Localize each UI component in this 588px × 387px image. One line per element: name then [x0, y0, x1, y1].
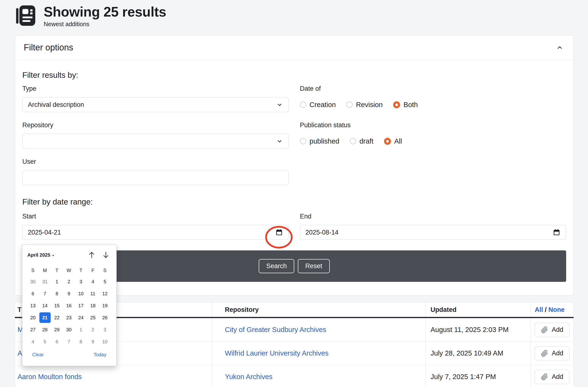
- type-label: Type: [22, 85, 289, 92]
- updated-cell: August 11, 2025 2:03 PM: [425, 318, 531, 341]
- calendar-day[interactable]: 9: [87, 336, 99, 348]
- date-of-label: Date of: [300, 85, 567, 92]
- calendar-day[interactable]: 1: [75, 324, 87, 336]
- calendar-day[interactable]: 2: [87, 324, 99, 336]
- updated-cell: July 7, 2025 1:47 PM: [425, 365, 531, 387]
- date-range-title: Filter by date range:: [22, 197, 566, 207]
- select-all-link[interactable]: All: [535, 306, 543, 314]
- calendar-day[interactable]: 4: [27, 336, 39, 348]
- calendar-day[interactable]: 31: [39, 276, 51, 288]
- weekday-label: T: [51, 265, 63, 276]
- radio-label: All: [394, 137, 402, 145]
- radio-circle-selected[interactable]: [393, 101, 400, 108]
- clipboard-results-page: Showing 25 results Newest additions Filt…: [0, 0, 588, 387]
- calendar-day[interactable]: 3: [99, 324, 111, 336]
- type-select-value: Archival description: [28, 101, 84, 108]
- filter-results-by-title: Filter results by:: [22, 70, 566, 80]
- today-link[interactable]: Today: [94, 352, 106, 358]
- repository-link[interactable]: Yukon Archives: [225, 373, 273, 381]
- radio-circle[interactable]: [300, 138, 306, 144]
- previous-month-arrow-icon[interactable]: [87, 251, 96, 259]
- calendar-day[interactable]: 26: [99, 312, 111, 324]
- title-link[interactable]: Aaron Moulton fonds: [18, 373, 82, 381]
- calendar-day[interactable]: 1: [51, 276, 63, 288]
- repository-link[interactable]: City of Greater Sudbury Archives: [225, 326, 326, 334]
- paperclip-icon: [541, 326, 548, 333]
- calendar-day[interactable]: 5: [99, 276, 111, 288]
- calendar-day[interactable]: 28: [39, 324, 51, 336]
- radio-both[interactable]: Both: [393, 101, 418, 109]
- repository-link[interactable]: Wilfrid Laurier University Archives: [225, 349, 329, 357]
- calendar-day[interactable]: 23: [63, 312, 75, 324]
- start-date-input[interactable]: [28, 225, 273, 240]
- chevron-up-icon[interactable]: [556, 43, 564, 52]
- radio-label: Revision: [356, 101, 382, 109]
- radio-draft[interactable]: draft: [350, 137, 374, 145]
- calendar-day[interactable]: 4: [87, 276, 99, 288]
- user-field: User: [22, 158, 289, 185]
- reset-button[interactable]: Reset: [298, 259, 330, 273]
- calendar-day[interactable]: 7: [39, 288, 51, 300]
- add-to-clipboard-button[interactable]: Add: [535, 323, 569, 337]
- calendar-day[interactable]: 30: [27, 276, 39, 288]
- calendar-day[interactable]: 17: [75, 300, 87, 312]
- calendar-day[interactable]: 16: [63, 300, 75, 312]
- next-month-arrow-icon[interactable]: [102, 251, 110, 259]
- calendar-day[interactable]: 12: [99, 288, 111, 300]
- calendar-day[interactable]: 7: [63, 336, 75, 348]
- calendar-day[interactable]: 25: [87, 312, 99, 324]
- calendar-day[interactable]: 20: [27, 312, 39, 324]
- calendar-day[interactable]: 6: [27, 288, 39, 300]
- radio-circle[interactable]: [350, 138, 356, 144]
- radio-all[interactable]: All: [384, 137, 402, 145]
- end-date-input[interactable]: [306, 225, 551, 240]
- calendar-day[interactable]: 29: [51, 324, 63, 336]
- add-to-clipboard-button[interactable]: Add: [535, 346, 569, 361]
- weekday-label: F: [87, 265, 99, 276]
- select-none-link[interactable]: None: [548, 306, 565, 314]
- calendar-day[interactable]: 15: [51, 300, 63, 312]
- repository-select[interactable]: [22, 134, 289, 149]
- calendar-day[interactable]: 22: [51, 312, 63, 324]
- radio-circle[interactable]: [346, 102, 353, 108]
- calendar-day[interactable]: 24: [75, 312, 87, 324]
- calendar-day[interactable]: 2: [63, 276, 75, 288]
- radio-revision[interactable]: Revision: [346, 101, 382, 109]
- calendar-day[interactable]: 21: [39, 312, 51, 324]
- filter-options-header[interactable]: Filter options: [15, 36, 573, 60]
- calendar-day[interactable]: 6: [51, 336, 63, 348]
- calendar-day[interactable]: 14: [39, 300, 51, 312]
- month-dropdown-icon: ▾: [53, 254, 54, 257]
- chevron-down-icon: [276, 138, 283, 145]
- calendar-day[interactable]: 27: [27, 324, 39, 336]
- end-date-input-wrap: [300, 225, 567, 240]
- title-link[interactable]: A: [18, 349, 22, 357]
- date-picker-footer: Clear Today: [22, 348, 116, 358]
- calendar-day[interactable]: 30: [63, 324, 75, 336]
- repository-field: Repository: [22, 121, 289, 149]
- radio-circle-selected[interactable]: [384, 138, 391, 145]
- radio-circle[interactable]: [300, 102, 306, 108]
- calendar-day[interactable]: 18: [87, 300, 99, 312]
- calendar-day[interactable]: 3: [75, 276, 87, 288]
- calendar-day[interactable]: 9: [63, 288, 75, 300]
- calendar-day[interactable]: 10: [99, 336, 111, 348]
- calendar-day[interactable]: 10: [75, 288, 87, 300]
- user-input[interactable]: [28, 171, 283, 185]
- type-select[interactable]: Archival description: [22, 97, 289, 112]
- user-label: User: [22, 158, 289, 165]
- calendar-day[interactable]: 5: [39, 336, 51, 348]
- calendar-day[interactable]: 8: [51, 288, 63, 300]
- month-selector[interactable]: April 2025 ▾: [27, 252, 54, 258]
- radio-published[interactable]: published: [300, 137, 339, 145]
- add-to-clipboard-button[interactable]: Add: [535, 370, 569, 384]
- calendar-icon[interactable]: [552, 228, 561, 236]
- radio-creation[interactable]: Creation: [300, 101, 336, 109]
- calendar-day[interactable]: 13: [27, 300, 39, 312]
- clear-link[interactable]: Clear: [32, 352, 44, 358]
- calendar-day[interactable]: 19: [99, 300, 111, 312]
- search-button[interactable]: Search: [259, 259, 294, 273]
- calendar-icon[interactable]: [275, 228, 283, 236]
- calendar-day[interactable]: 8: [75, 336, 87, 348]
- calendar-day[interactable]: 11: [87, 288, 99, 300]
